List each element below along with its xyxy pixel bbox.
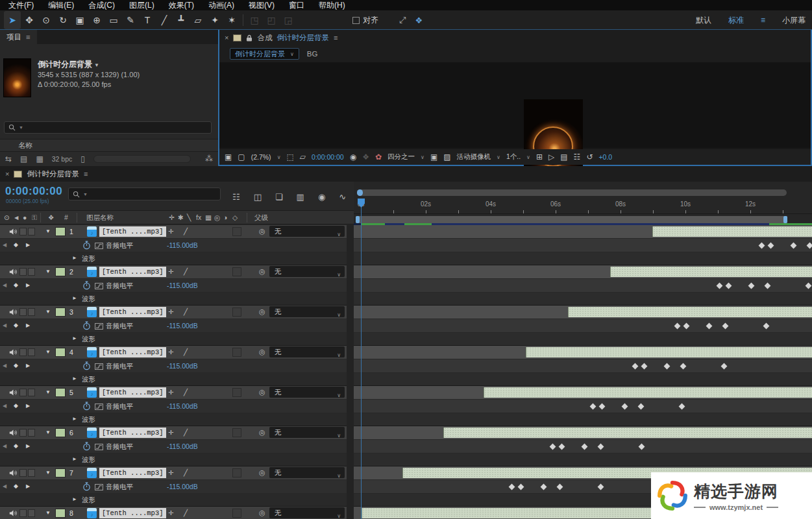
layer-name[interactable]: [Tenth ....mp3]	[99, 347, 166, 357]
switch-column-icon[interactable]: ✛	[169, 213, 175, 221]
keyframe-diamond[interactable]	[518, 484, 524, 490]
layer-name[interactable]: [Tenth ....mp3]	[99, 508, 166, 518]
layer-label-color[interactable]	[55, 428, 66, 437]
tab-project[interactable]: 项目 ≡	[0, 30, 37, 44]
new-composition-icon[interactable]: ▦	[36, 154, 43, 163]
keyframe-diamond[interactable]	[509, 484, 515, 490]
switch-box[interactable]	[232, 388, 241, 397]
collapse-switch-icon[interactable]: ✛	[168, 308, 173, 315]
parent-pickwhip-icon[interactable]: ◎	[259, 468, 265, 477]
watermark-url[interactable]: www.tzymjx.net	[709, 503, 763, 511]
property-value[interactable]: -115.00dB	[167, 442, 198, 450]
solo-switch-box[interactable]	[28, 389, 35, 396]
twirl-right-icon[interactable]: ►	[72, 255, 77, 261]
audio-speaker-icon[interactable]	[9, 308, 18, 316]
waveform-row[interactable]: ► 波形	[0, 333, 347, 345]
switch-box[interactable]	[232, 468, 241, 477]
audio-speaker-icon[interactable]	[9, 429, 18, 437]
hand-tool-icon[interactable]: ✥	[21, 11, 38, 29]
keyframe-diamond[interactable]	[759, 243, 765, 249]
keyframe-diamond[interactable]	[599, 404, 606, 410]
waveform-track[interactable]	[354, 252, 812, 265]
keyframe-diamond[interactable]	[768, 243, 774, 249]
stopwatch-icon[interactable]	[82, 361, 91, 370]
keyframe-diamond[interactable]	[598, 484, 604, 490]
trash-icon[interactable]: ▯	[80, 154, 85, 163]
project-flowchart-icon[interactable]: ⁂	[205, 154, 213, 163]
parent-pickwhip-icon[interactable]: ◎	[259, 388, 265, 396]
workspace-item[interactable]: 小屏幕	[782, 15, 806, 26]
menu-item[interactable]: 文件(F)	[1, 0, 41, 10]
layer-name-column-header[interactable]: 图层名称	[86, 213, 114, 223]
keyframe-diamond[interactable]	[664, 363, 671, 370]
keyframe-track[interactable]	[354, 239, 812, 252]
solo-switch-box[interactable]	[28, 268, 35, 276]
parent-pickwhip-icon[interactable]: ◎	[259, 509, 265, 517]
property-name[interactable]: 音频电平	[106, 442, 133, 452]
keyframe-diamond[interactable]	[765, 283, 771, 289]
layer-name[interactable]: [Tenth ....mp3]	[99, 428, 166, 438]
layer-track[interactable]	[354, 346, 812, 359]
twirl-right-icon[interactable]: ►	[72, 376, 77, 381]
menu-item[interactable]: 效果(T)	[162, 0, 201, 10]
layer-track[interactable]	[354, 225, 812, 238]
audio-speaker-icon[interactable]	[9, 268, 18, 276]
next-keyframe-icon[interactable]: ▶	[26, 242, 30, 248]
parent-dropdown[interactable]: 无∨	[269, 467, 345, 478]
stopwatch-icon[interactable]	[82, 402, 91, 411]
shy-layers-icon[interactable]: ❏	[275, 192, 283, 202]
parent-dropdown[interactable]: 无∨	[269, 346, 345, 357]
layer-duration-bar[interactable]	[484, 387, 812, 398]
waveform-row[interactable]: ► 波形	[0, 373, 347, 385]
eye-icon[interactable]: ⊙	[4, 213, 10, 221]
menu-item[interactable]: 图层(L)	[122, 0, 162, 10]
workspace-item[interactable]: 默认	[696, 15, 711, 26]
navigator-handle[interactable]	[357, 189, 363, 196]
prev-keyframe-icon[interactable]: ◀	[3, 363, 6, 368]
expression-graph-icon[interactable]	[95, 363, 103, 370]
stopwatch-icon[interactable]	[82, 241, 91, 250]
waveform-row[interactable]: ► 波形	[0, 494, 347, 506]
solo-switch-box[interactable]	[28, 228, 35, 235]
layer-label-color[interactable]	[55, 267, 66, 276]
audio-speaker-icon[interactable]	[9, 348, 18, 356]
camera-view[interactable]: 活动摄像机	[457, 152, 491, 162]
workspace-menu-icon[interactable]: ≡	[761, 16, 765, 25]
parent-dropdown[interactable]: 无∨	[269, 266, 345, 277]
audio-speaker-icon[interactable]	[9, 389, 18, 396]
mask-path-icon[interactable]: ❖	[415, 16, 423, 25]
keyframe-track[interactable]	[354, 359, 812, 372]
stopwatch-icon[interactable]	[82, 321, 91, 330]
waveform-row[interactable]: ► 波形	[0, 453, 347, 466]
view-layout[interactable]: 1个..	[506, 152, 521, 162]
parent-pickwhip-icon[interactable]: ◎	[259, 428, 265, 437]
parent-dropdown[interactable]: 无∨	[269, 226, 345, 237]
expression-graph-icon[interactable]	[95, 243, 103, 249]
quality-switch-icon[interactable]: ╱	[184, 228, 188, 235]
fast-previews-icon[interactable]: ▷	[548, 152, 554, 162]
keyframe-diamond[interactable]	[638, 404, 645, 410]
work-area-end-handle[interactable]	[783, 216, 787, 223]
footage-thumbnail[interactable]	[3, 58, 31, 97]
layer-track[interactable]	[354, 306, 812, 319]
eraser-tool-icon[interactable]: ▱	[190, 11, 206, 29]
twirl-down-icon[interactable]: ▼	[45, 429, 51, 435]
audio-levels-row[interactable]: ◀ ◆ ▶ 音频电平 -115.00dB	[0, 359, 347, 372]
property-value[interactable]: -115.00dB	[167, 322, 198, 330]
switch-box[interactable]	[232, 348, 241, 357]
stopwatch-icon[interactable]	[82, 442, 91, 451]
waveform-track[interactable]	[354, 293, 812, 305]
waveform-track[interactable]	[354, 453, 812, 466]
parent-dropdown[interactable]: 无∨	[269, 427, 345, 438]
audio-levels-row[interactable]: ◀ ◆ ▶ 音频电平 -115.00dB	[0, 319, 347, 332]
twirl-right-icon[interactable]: ►	[72, 496, 77, 502]
collapse-switch-icon[interactable]: ✛	[168, 429, 173, 436]
timeline-button-icon[interactable]: ▤	[560, 152, 567, 162]
video-switch-box[interactable]	[19, 228, 27, 235]
keyframe-diamond[interactable]	[706, 323, 713, 330]
audio-levels-row[interactable]: ◀ ◆ ▶ 音频电平 -115.00dB	[0, 480, 347, 493]
parent-pickwhip-icon[interactable]: ◎	[259, 348, 265, 356]
switch-box[interactable]	[232, 428, 241, 437]
keyframe-diamond[interactable]	[806, 283, 812, 289]
close-icon[interactable]: ×	[5, 170, 9, 178]
